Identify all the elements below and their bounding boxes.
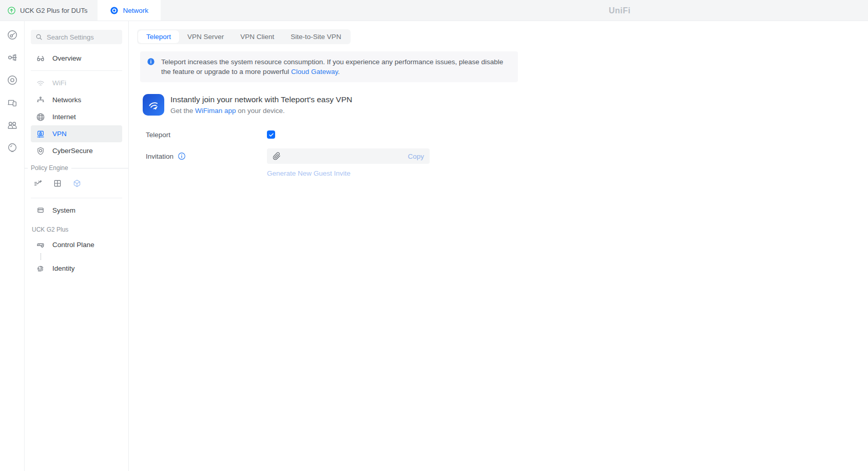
policy-engine-icons xyxy=(31,177,122,194)
site-tab-label: UCK G2 Plus for DUTs xyxy=(20,7,87,14)
network-app-tab[interactable]: Network xyxy=(98,0,161,21)
wifiman-app-link[interactable]: WiFiman app xyxy=(195,107,236,115)
insights-icon[interactable] xyxy=(7,142,18,154)
fingerprint-icon xyxy=(36,264,45,273)
control-plane-icon xyxy=(36,240,45,250)
tab-vpn-client[interactable]: VPN Client xyxy=(232,30,282,43)
sidebar-item-label: VPN xyxy=(52,130,67,138)
wifi-icon xyxy=(36,79,45,88)
cloud-gateway-link[interactable]: Cloud Gateway xyxy=(291,68,338,76)
client-devices-icon[interactable] xyxy=(7,97,18,108)
sidebar-item-label: Identity xyxy=(52,265,75,272)
sidebar-divider xyxy=(31,70,122,71)
system-icon xyxy=(36,206,45,215)
dashboard-icon[interactable] xyxy=(7,29,18,41)
topology-icon[interactable] xyxy=(7,52,18,63)
invitation-info-icon[interactable] xyxy=(178,152,186,160)
binoculars-icon xyxy=(36,54,45,63)
grid-icon[interactable] xyxy=(53,179,62,188)
teleport-card: Instantly join your network with Telepor… xyxy=(143,94,868,116)
unifi-logo: UniFi xyxy=(609,0,631,21)
tab-site-to-site-vpn[interactable]: Site-to-Site VPN xyxy=(282,30,349,43)
vpn-icon xyxy=(36,129,45,139)
sidebar-item-internet[interactable]: Internet xyxy=(31,108,122,125)
generate-guest-invite-link[interactable]: Generate New Guest Invite xyxy=(267,169,351,177)
cube-icon[interactable] xyxy=(72,179,82,188)
vpn-tabs: Teleport VPN Server VPN Client Site-to-S… xyxy=(137,29,351,44)
magic-wand-icon[interactable] xyxy=(33,179,43,188)
globe-icon xyxy=(36,112,45,122)
teleport-card-text: Instantly join your network with Telepor… xyxy=(170,95,352,115)
sidebar-item-label: Control Plane xyxy=(52,241,94,249)
teleport-info-banner: Teleport increases the system resource c… xyxy=(140,51,518,82)
divider xyxy=(71,168,128,168)
invitation-link-field[interactable]: Copy xyxy=(267,148,430,164)
device-section-label: UCK G2 Plus xyxy=(32,226,122,233)
sidebar-item-label: Overview xyxy=(52,54,81,62)
sidebar-item-label: Internet xyxy=(52,113,76,121)
sidebar-item-label: WiFi xyxy=(52,79,66,87)
copy-button[interactable]: Copy xyxy=(408,153,424,160)
main-content: Teleport VPN Server VPN Client Site-to-S… xyxy=(129,21,868,471)
sidebar-item-networks[interactable]: Networks xyxy=(31,91,122,108)
network-app-label: Network xyxy=(123,7,148,14)
invitation-label: Invitation xyxy=(146,152,267,160)
site-status-icon xyxy=(7,6,16,15)
top-bar: UCK G2 Plus for DUTs Network xyxy=(0,0,868,21)
shield-icon xyxy=(36,146,45,156)
tree-connector xyxy=(41,253,122,260)
divider xyxy=(25,168,28,168)
sidebar-divider xyxy=(31,198,122,198)
unifi-devices-icon[interactable] xyxy=(7,74,18,86)
invitation-row: Invitation Copy xyxy=(146,148,868,164)
teleport-form: Teleport Invitation Copy Generate New xyxy=(129,129,868,178)
teleport-label: Teleport xyxy=(146,131,267,139)
sidebar-item-overview[interactable]: Overview xyxy=(31,50,122,67)
networks-icon xyxy=(36,96,45,105)
site-tab[interactable]: UCK G2 Plus for DUTs xyxy=(0,0,98,21)
network-app-icon xyxy=(110,6,119,15)
search-input[interactable] xyxy=(47,33,119,41)
search-icon xyxy=(35,33,43,41)
wifiman-app-icon xyxy=(143,94,164,116)
sidebar-item-label: CyberSecure xyxy=(52,147,93,155)
icon-rail xyxy=(0,21,25,471)
sidebar-item-identity[interactable]: Identity xyxy=(31,260,122,277)
sidebar-item-label: Networks xyxy=(52,96,81,104)
tab-vpn-server[interactable]: VPN Server xyxy=(179,30,232,43)
sidebar-item-system[interactable]: System xyxy=(31,202,122,219)
sidebar-item-wifi[interactable]: WiFi xyxy=(31,74,122,91)
info-icon xyxy=(147,58,155,66)
tab-teleport[interactable]: Teleport xyxy=(138,30,179,43)
sidebar-item-label: System xyxy=(52,206,75,214)
settings-search[interactable] xyxy=(31,30,122,44)
paperclip-icon xyxy=(273,152,281,160)
sidebar-item-cybersecure[interactable]: CyberSecure xyxy=(31,142,122,159)
banner-text-end: . xyxy=(338,68,340,76)
teleport-toggle-row: Teleport xyxy=(146,129,868,140)
sidebar-item-control-plane[interactable]: Control Plane xyxy=(31,236,122,253)
teleport-checkbox[interactable] xyxy=(267,130,275,139)
admins-icon[interactable] xyxy=(7,120,18,131)
settings-sidebar: Overview WiFi Networks Internet VPN Cybe… xyxy=(25,21,129,471)
policy-engine-section-label: Policy Engine xyxy=(31,164,122,172)
teleport-card-title: Instantly join your network with Telepor… xyxy=(170,95,352,104)
sidebar-item-vpn[interactable]: VPN xyxy=(31,125,122,142)
teleport-card-subtitle: Get the WiFiman app on your device. xyxy=(170,107,352,115)
